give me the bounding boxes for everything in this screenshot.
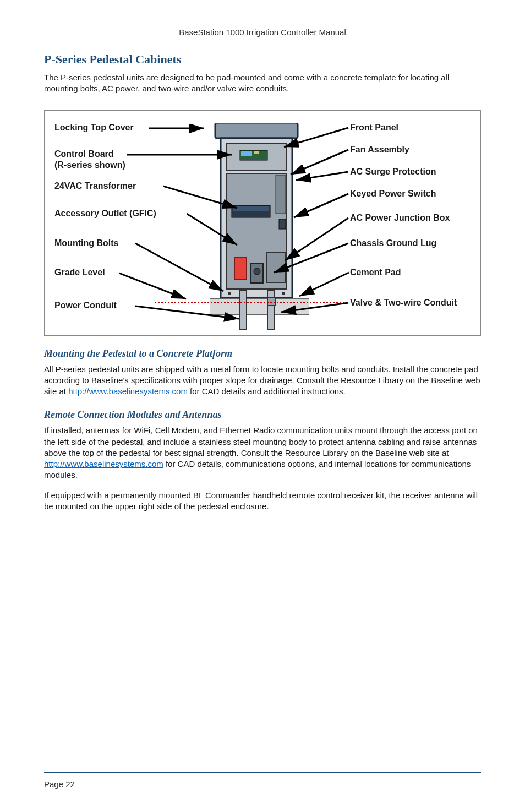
arrow-cement xyxy=(297,270,353,300)
label-bolts: Mounting Bolts xyxy=(54,238,118,248)
arrow-power-conduit xyxy=(135,303,243,323)
pedestal-diagram: Locking Top Cover Control Board (R-serie… xyxy=(44,110,481,336)
svg-rect-9 xyxy=(276,175,286,214)
sub2-paragraph-1: If installed, antennas for WiFi, Cell Mo… xyxy=(44,425,481,481)
sub2-link[interactable]: http://www.baselinesystems.com xyxy=(44,459,163,468)
label-junction: AC Power Junction Box xyxy=(350,213,450,223)
label-valve-conduit: Valve & Two-wire Conduit xyxy=(350,298,457,308)
svg-point-15 xyxy=(282,292,285,295)
label-ground: Chassis Ground Lug xyxy=(350,238,436,248)
svg-line-28 xyxy=(135,306,239,319)
svg-rect-18 xyxy=(267,291,274,329)
label-transformer: 24VAC Transformer xyxy=(54,181,136,191)
arrow-valve-conduit xyxy=(278,300,353,317)
label-control-board-1: Control Board xyxy=(54,149,114,159)
document-header: BaseStation 1000 Irrigation Controller M… xyxy=(44,28,481,37)
label-locking-top: Locking Top Cover xyxy=(54,123,134,133)
label-grade: Grade Level xyxy=(54,268,105,277)
arrow-control-board xyxy=(127,150,237,161)
label-keyed: Keyed Power Switch xyxy=(350,189,436,199)
svg-point-12 xyxy=(254,268,260,275)
label-cement: Cement Pad xyxy=(350,268,401,277)
sub1-paragraph: All P-series pedestal units are shipped … xyxy=(44,364,481,397)
section-heading: P-Series Pedestal Cabinets xyxy=(44,52,481,67)
svg-line-35 xyxy=(299,273,349,296)
sub1-text-b: for CAD details and additional instructi… xyxy=(188,386,346,396)
svg-line-24 xyxy=(163,186,237,208)
label-surge: AC Surge Protection xyxy=(350,167,436,177)
footer-rule xyxy=(44,772,481,773)
arrow-grade xyxy=(119,270,190,303)
svg-line-29 xyxy=(284,128,348,147)
svg-rect-10 xyxy=(234,258,247,280)
sub2-heading: Remote Connection Modules and Antennas xyxy=(44,409,481,421)
svg-line-27 xyxy=(119,273,186,299)
arrow-transformer xyxy=(163,183,243,214)
svg-rect-4 xyxy=(241,151,252,156)
intro-paragraph: The P-series pedestal units are designed… xyxy=(44,72,481,95)
svg-line-34 xyxy=(274,243,348,273)
sub1-link[interactable]: http://www.baselinesystems.com xyxy=(68,386,188,396)
svg-rect-5 xyxy=(254,151,259,154)
sub2-text-a: If installed, antennas for WiFi, Cell Mo… xyxy=(44,426,478,457)
sub1-heading: Mounting the Pedestal to a Concrete Plat… xyxy=(44,348,481,359)
arrow-locking-top xyxy=(149,124,210,135)
page-number: Page 22 xyxy=(44,780,75,789)
label-power-conduit: Power Conduit xyxy=(54,301,117,310)
svg-line-31 xyxy=(296,172,348,180)
sub2-paragraph-2: If equipped with a permanently mounted B… xyxy=(44,490,481,513)
label-outlet: Accessory Outlet (GFIC) xyxy=(54,209,156,219)
svg-line-36 xyxy=(281,303,348,312)
svg-line-32 xyxy=(294,194,348,217)
label-control-board-2: (R-series shown) xyxy=(54,160,125,170)
arrow-surge xyxy=(293,169,353,186)
label-fan: Fan Assembly xyxy=(350,145,409,155)
label-front-panel: Front Panel xyxy=(350,123,398,133)
